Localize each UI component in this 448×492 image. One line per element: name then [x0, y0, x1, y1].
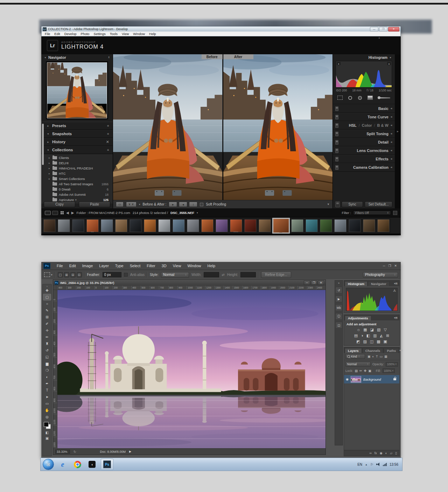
soft-proofing-checkbox[interactable]: [200, 203, 203, 206]
ps-tool-icon[interactable]: ♜: [43, 340, 51, 347]
selection-mode-button[interactable]: ⊡: [77, 272, 82, 277]
ps-tool-icon[interactable]: ↺: [43, 347, 51, 354]
filmstrip-thumbnail[interactable]: [201, 219, 214, 233]
expand-panels-icon[interactable]: »: [338, 282, 340, 285]
lock-option-icon[interactable]: ▣: [368, 369, 371, 373]
dock-panel-icon[interactable]: ↺: [335, 287, 342, 293]
language-indicator[interactable]: EN: [357, 463, 362, 466]
bw-label[interactable]: B & W: [377, 123, 388, 127]
collection-item[interactable]: ► HIMACHAL PRADESH: [41, 166, 113, 171]
before-image[interactable]: Before: [113, 54, 223, 200]
ps-menu-item[interactable]: View: [170, 264, 184, 268]
panel-collapse-up-icon[interactable]: ▲: [378, 36, 380, 39]
panel-menu-icon[interactable]: ▾▤: [399, 349, 404, 353]
develop-panel-section[interactable]: Lens Corrections ◂: [333, 146, 395, 155]
status-options-arrow-icon[interactable]: ▶: [129, 450, 131, 453]
lr-titlebar[interactable]: Lr COLLECTION-2 - Adobe Photoshop Lightr…: [41, 26, 401, 32]
adjustment-icon[interactable]: ▦: [363, 327, 367, 332]
filmstrip-thumbnail[interactable]: •••: [272, 218, 290, 234]
ps-tool-icon[interactable]: ✥: [43, 287, 51, 294]
adjustment-icon[interactable]: ◪: [370, 327, 374, 332]
ps-tool-icon[interactable]: ▢: [43, 294, 51, 300]
ps-tool-icon[interactable]: ▆: [43, 360, 51, 367]
zoom-level-field[interactable]: 33.33%: [55, 450, 70, 454]
adjustment-icon[interactable]: ▨: [363, 339, 366, 344]
adjustment-icon[interactable]: ◫: [370, 339, 373, 344]
highlight-clipping-icon[interactable]: ▲: [387, 62, 391, 65]
document-window-button[interactable]: ✕: [318, 280, 324, 285]
ps-tool-icon[interactable]: ✒: [43, 380, 51, 387]
lr-menu-item[interactable]: File: [43, 32, 52, 36]
layer-filter-icon[interactable]: T: [376, 355, 378, 358]
ps-tool-icon[interactable]: ✛: [43, 327, 51, 334]
layers-footer-icon[interactable]: ∞: [369, 451, 371, 455]
ps-menu-item[interactable]: 3D: [159, 264, 170, 268]
ps-mode-icon[interactable]: ▣: [46, 436, 49, 440]
left-panel-section[interactable]: ► History ✕: [41, 138, 113, 146]
layer-thumbnail[interactable]: [351, 376, 361, 383]
style-select[interactable]: Normal ⇕: [161, 272, 189, 278]
lock-option-icon[interactable]: ✥: [364, 369, 367, 373]
ps-tool-icon[interactable]: ◐: [43, 374, 51, 380]
layer-filter-icon[interactable]: ▭: [379, 355, 383, 358]
width-input[interactable]: [204, 272, 219, 277]
left-panel-section[interactable]: ► Presets +: [41, 122, 113, 130]
tab-adjustments[interactable]: Adjustments: [345, 316, 371, 320]
close-button[interactable]: ✕: [388, 27, 399, 32]
ps-menu-item[interactable]: Select: [127, 264, 144, 268]
adjustment-icon[interactable]: ◩: [356, 339, 360, 344]
develop-panel-section[interactable]: Split Toning ◂: [333, 130, 395, 138]
copy-button[interactable]: Copy: [44, 201, 75, 207]
crop-tool-icon[interactable]: [337, 96, 343, 100]
taskbar-photo-app[interactable]: ◖: [86, 459, 98, 470]
layers-footer-icon[interactable]: ▱: [390, 451, 392, 455]
dock-panel-icon[interactable]: Mb: [335, 304, 342, 311]
screen-button[interactable]: [52, 211, 58, 215]
panel-enable-toggle[interactable]: [335, 148, 338, 153]
panel-menu-icon[interactable]: ▾▤: [394, 317, 399, 320]
develop-panel-section[interactable]: Effects ◂: [333, 155, 395, 163]
ps-menu-item[interactable]: File: [54, 264, 66, 268]
adjustment-icon[interactable]: ▤: [354, 333, 358, 338]
lr-menu-item[interactable]: Settings: [91, 32, 107, 36]
filmstrip-thumbnail[interactable]: [100, 219, 114, 233]
shadow-clipping-icon[interactable]: ▲: [337, 62, 341, 65]
filmstrip-thumbnail[interactable]: [186, 219, 200, 233]
navigator-preview[interactable]: [46, 61, 108, 119]
adjustment-icon[interactable]: ▥: [373, 333, 377, 338]
opacity-field[interactable]: 100% ▾: [386, 362, 398, 367]
ps-tool-icon[interactable]: ◱: [43, 354, 51, 360]
filmstrip-thumbnail[interactable]: [290, 219, 304, 233]
right-panel-collapse-strip[interactable]: ►: [395, 54, 401, 208]
layer-name[interactable]: Background: [363, 377, 381, 381]
filter-dropdown[interactable]: Filters Off ⇕: [353, 210, 391, 215]
filmstrip-thumbnail[interactable]: [71, 219, 85, 233]
sync-button[interactable]: Sync: [342, 201, 363, 207]
maximize-button[interactable]: ❐: [379, 27, 387, 32]
collection-item[interactable]: ► HTC: [41, 171, 113, 176]
adjustment-icon[interactable]: ◑: [361, 333, 363, 338]
collection-item[interactable]: 0 Diwali 6: [41, 187, 113, 192]
adjustment-icon[interactable]: ⊞: [386, 333, 389, 338]
anti-alias-checkbox[interactable]: [124, 273, 128, 277]
set-default-button[interactable]: Set Default...: [365, 201, 392, 207]
filmstrip-thumbnail[interactable]: •••: [86, 219, 99, 233]
flag-icon[interactable]: ⚐: [370, 463, 373, 466]
adjustment-icon[interactable]: ▽: [384, 327, 386, 332]
workspace-select[interactable]: Photography ⇕: [363, 272, 398, 278]
clock[interactable]: 13:56: [390, 463, 398, 466]
tool-preset[interactable]: ▾: [44, 272, 52, 277]
ps-window-control-button[interactable]: ✕: [394, 264, 397, 268]
foreground-color-chip[interactable]: [44, 422, 49, 427]
autosync-toggle[interactable]: [335, 201, 340, 207]
develop-panel-section[interactable]: Camera Calibration ◂: [333, 163, 395, 172]
view-caret-icon[interactable]: ▾: [139, 203, 140, 206]
ps-tool-icon[interactable]: ➤: [43, 394, 51, 400]
ps-tool-icon[interactable]: ✋: [43, 407, 51, 414]
ps-menu-item[interactable]: Layer: [96, 264, 112, 268]
filmstrip-folder-label[interactable]: Folder : FROM MACHINE-2 PS.com: [76, 211, 130, 215]
cached-data-warning-icon[interactable]: ⚠: [393, 289, 396, 292]
copy-settings-button[interactable]: ◂: [179, 202, 187, 207]
lock-option-icon[interactable]: ▨: [355, 369, 358, 373]
develop-panel-section[interactable]: Basic ◂: [333, 104, 395, 113]
